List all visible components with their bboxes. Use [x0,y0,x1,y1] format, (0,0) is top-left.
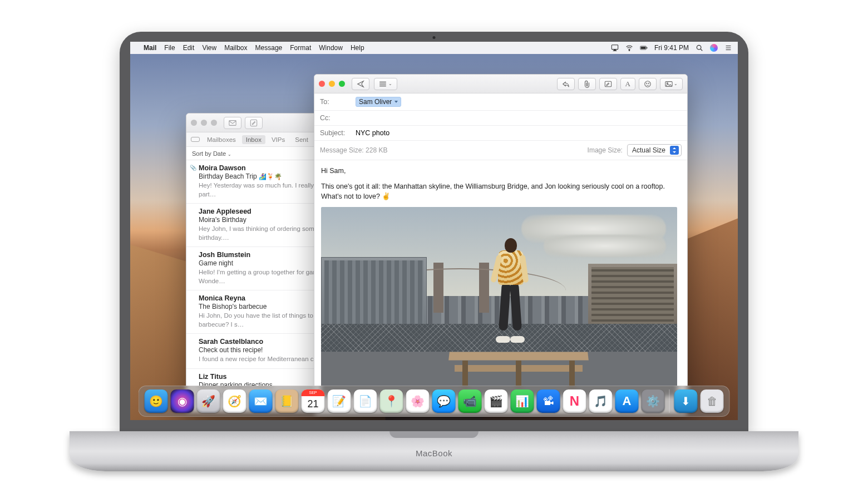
dock-preferences[interactable]: ⚙️ [642,389,665,413]
traffic-lights[interactable] [319,81,345,87]
svg-rect-6 [229,120,236,125]
dock-reminders[interactable]: 📝 [328,389,351,413]
size-row: Message Size: 228 KB Image Size: Actual … [314,141,687,160]
dock-calendar[interactable]: SEP21 [302,389,325,413]
dock-news[interactable]: N [563,389,586,413]
menu-mailbox[interactable]: Mailbox [224,44,247,52]
dock-launchpad[interactable]: 🚀 [197,389,220,413]
to-recipient-pill[interactable]: Sam Oliver [356,97,401,107]
sort-menu[interactable]: Sort by Date ⌄ [192,150,231,157]
siri-icon[interactable] [710,44,718,52]
message-sender: Monica Reyna [199,294,245,302]
fav-vips[interactable]: VIPs [268,135,289,144]
to-row[interactable]: To: Sam Oliver [314,93,687,111]
menu-file[interactable]: File [164,44,175,52]
subject-input[interactable] [356,129,682,137]
svg-point-14 [648,83,649,83]
message-sender: Sarah Castelblanco [199,338,263,346]
compose-titlebar[interactable]: ⌄ A ⌄ [314,75,687,93]
body-greeting: Hi Sam, [321,166,680,176]
subject-row[interactable]: Subject: [314,126,687,141]
dock-numbers[interactable]: 📊 [511,389,534,413]
compose-window: ⌄ A ⌄ To: Sam Oliver Cc: S [314,74,688,415]
cc-row[interactable]: Cc: [314,111,687,126]
send-button[interactable] [352,78,369,90]
message-sender: Moira Dawson [199,164,246,172]
wifi-icon[interactable] [625,44,633,52]
dock-mail[interactable]: ✉️ [249,389,273,413]
emoji-button[interactable] [639,78,657,90]
format-button[interactable]: A [620,78,635,90]
menu-window[interactable]: Window [319,44,343,52]
svg-rect-11 [605,81,611,87]
dock-appstore[interactable]: A [615,389,639,413]
dock-siri[interactable]: ◉ [171,389,194,413]
notifications-icon[interactable] [724,44,732,52]
message-size-label: Message Size: [320,146,364,154]
dock-safari[interactable]: 🧭 [223,389,246,413]
dock-trash[interactable]: 🗑 [701,389,724,413]
subject-label: Subject: [320,129,351,137]
dock-photos[interactable]: 🌸 [406,389,430,413]
dock-downloads[interactable]: ⬇ [674,389,698,413]
dock-maps[interactable]: 📍 [380,389,403,413]
menu-view[interactable]: View [202,44,216,52]
dock-keynote[interactable]: 📽 [537,389,560,413]
battery-icon[interactable] [640,44,648,52]
laptop-frame: Mail File Edit View Mailbox Message Form… [70,32,798,471]
airplay-icon[interactable] [611,44,619,52]
get-mail-button[interactable] [224,117,241,129]
message-size-value: 228 KB [366,146,387,154]
compose-button[interactable] [245,117,263,129]
body-text: This one's got it all: the Manhattan sky… [321,181,680,201]
svg-rect-3 [641,47,646,49]
fav-mailboxes[interactable]: Mailboxes [203,135,240,144]
menu-message[interactable]: Message [255,44,283,52]
dock-contacts[interactable]: 📒 [275,389,299,413]
svg-point-1 [629,50,630,51]
svg-rect-4 [647,47,647,49]
menu-bar: Mail File Edit View Mailbox Message Form… [130,42,738,54]
image-size-select[interactable]: Actual Size [627,144,682,156]
app-menu[interactable]: Mail [144,44,156,52]
reply-button[interactable] [557,78,575,90]
fav-sent[interactable]: Sent [291,135,312,144]
camera [433,36,436,39]
svg-rect-0 [611,45,618,50]
sidebar-toggle-icon[interactable] [191,137,200,142]
photo-browser-button[interactable]: ⌄ [660,78,683,90]
svg-point-13 [647,83,647,83]
dock: 🙂◉🚀🧭✉️📒SEP21📝📄📍🌸💬📹🎬📊📽N🎵A⚙️⬇🗑 [139,386,730,417]
menu-edit[interactable]: Edit [183,44,195,52]
dock-finder[interactable]: 🙂 [145,389,168,413]
attached-photo[interactable] [321,207,677,396]
desktop-wallpaper: Mail File Edit View Mailbox Message Form… [130,42,738,420]
menu-clock[interactable]: Fri 9:41 PM [654,44,689,52]
dock-messages[interactable]: 💬 [432,389,456,413]
svg-rect-7 [250,120,257,126]
header-fields-button[interactable]: ⌄ [374,78,397,90]
menu-help[interactable]: Help [351,44,364,52]
dock-notes[interactable]: 📄 [354,389,377,413]
spotlight-icon[interactable] [696,44,703,52]
traffic-lights[interactable] [191,120,217,126]
message-sender: Jane Appleseed [199,208,251,215]
compose-body[interactable]: Hi Sam, This one's got it all: the Manha… [314,160,687,402]
attachment-icon: 📎 [190,165,196,171]
screen: Mail File Edit View Mailbox Message Form… [130,42,738,420]
dock-itunes[interactable]: 🎬 [485,389,508,413]
fav-inbox[interactable]: Inbox [242,135,265,144]
cc-input[interactable] [356,114,682,122]
laptop-brand: MacBook [416,448,452,458]
to-label: To: [320,98,351,106]
message-sender: Josh Blumstein [199,251,250,259]
svg-point-12 [645,81,651,87]
cc-label: Cc: [320,114,351,122]
screen-bezel: Mail File Edit View Mailbox Message Form… [120,32,748,432]
markup-button[interactable] [599,78,617,90]
dock-facetime[interactable]: 📹 [458,389,482,413]
menu-format[interactable]: Format [290,44,311,52]
attach-button[interactable] [578,78,596,90]
dock-music[interactable]: 🎵 [589,389,613,413]
laptop-base: MacBook [70,431,798,471]
